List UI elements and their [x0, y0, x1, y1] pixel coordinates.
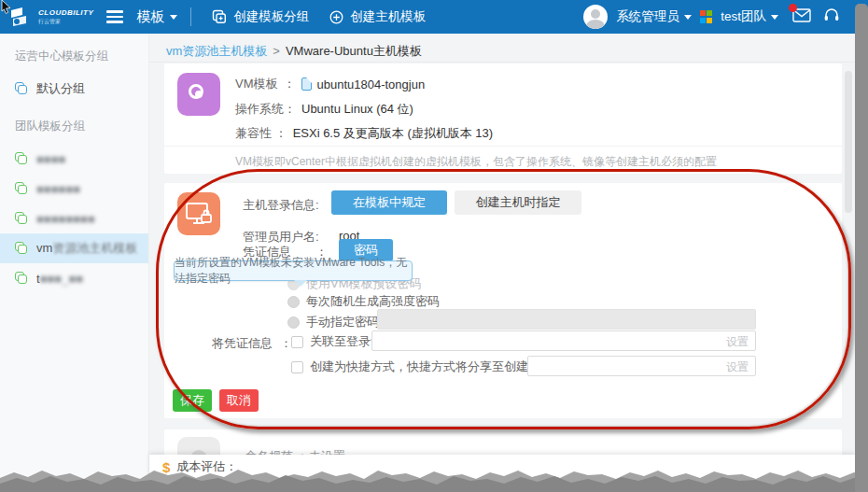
chevron-down-icon [684, 15, 692, 23]
app-window: CLOUDBILITY 行云管家 模板 创建模板分组 [0, 0, 868, 492]
divider [149, 62, 855, 63]
sidebar-item-label: 默认分组 [36, 80, 85, 97]
divider [190, 7, 191, 26]
template-group-icon [15, 272, 28, 285]
vm-template-row: VM模板 ： ubuntu1804-tongjun [235, 76, 425, 92]
vm-template-card: VM模板 ： ubuntu1804-tongjun 操作系统： Ubuntu L… [164, 63, 842, 174]
divider [164, 146, 842, 147]
breadcrumb: vm资源池主机模板>VMware-Ubuntu主机模板 [166, 43, 422, 60]
sidebar-item-team-group-1[interactable]: ■■■■ [0, 144, 148, 174]
cloudbility-logo-icon [9, 7, 34, 27]
link-credential-field: 设置 [371, 330, 756, 351]
create-template-group-button[interactable]: 创建模板分组 [212, 8, 309, 25]
toggle-defined-in-template[interactable]: 在模板中规定 [331, 190, 447, 215]
shortcut-share-field: 设置 [527, 356, 756, 376]
user-avatar[interactable] [583, 5, 608, 29]
checkbox-icon [291, 361, 303, 373]
vm-template-note: VM模板即vCenter中根据虚拟机创建的虚拟机模板，包含了操作系统、镜像等创建… [235, 154, 717, 170]
chevron-down-icon [170, 15, 177, 23]
sidebar-item-label: ■■■■ [36, 152, 65, 166]
template-group-icon [15, 82, 28, 95]
sidebar-item-label: vm资源池主机模板 [36, 240, 137, 257]
create-template-group-label: 创建模板分组 [233, 8, 309, 25]
team-name: test团队 [721, 8, 766, 25]
cost-evaluation-label: 成本评估： [176, 458, 237, 475]
sidebar-item-label: ■■■■■■■■ [36, 212, 95, 226]
chevron-down-icon [771, 15, 778, 23]
breadcrumb-separator: > [273, 44, 280, 58]
cost-evaluation-bar[interactable]: $ 成本评估： [149, 455, 855, 479]
template-group-icon [15, 182, 28, 195]
template-group-icon [15, 242, 28, 255]
radio-icon [287, 296, 300, 308]
breadcrumb-current: VMware-Ubuntu主机模板 [286, 44, 422, 58]
nav-menu-templates[interactable]: 模板 [136, 8, 177, 26]
circle-plus-icon [329, 10, 343, 24]
menu-icon[interactable] [106, 10, 123, 23]
brand-name: CLOUDBILITY [38, 9, 93, 17]
cancel-button[interactable]: 取消 [219, 389, 259, 412]
radio-icon [287, 316, 300, 329]
nav-menu-label: 模板 [136, 8, 164, 26]
brand-subtitle: 行云管家 [38, 19, 93, 24]
breadcrumb-parent-link[interactable]: vm资源池主机模板 [166, 44, 267, 58]
sidebar-item-default-group[interactable]: 默认分组 [0, 74, 148, 104]
messages-button[interactable] [792, 8, 811, 26]
sidebar-item-vm-pool-group[interactable]: vm资源池主机模板 [0, 233, 148, 263]
login-info-label: 主机登录信息: [243, 197, 319, 214]
sidebar-item-team-group-5[interactable]: t■■■_■■ [0, 263, 148, 293]
link-credential-input[interactable] [371, 330, 756, 351]
copy-plus-icon [212, 9, 227, 24]
support-button[interactable] [823, 7, 840, 26]
template-group-icon [15, 212, 28, 225]
radio-label: 每次随机生成高强度密码 [306, 293, 440, 310]
sidebar-section-ops-title: 运营中心模板分组 [0, 34, 148, 74]
team-color-icon [700, 10, 713, 23]
headset-icon [823, 7, 840, 22]
sidebar: 运营中心模板分组 默认分组 团队模板分组 ■■■■ ■■■■■■ ■■■■■■■… [0, 34, 149, 492]
sidebar-item-label: t■■■_■■ [36, 272, 83, 286]
right-edge-decoration [855, 4, 868, 492]
host-login-card: 主机登录信息: 在模板中规定 创建主机时指定 管理员用户名: root 凭证信息… [164, 183, 842, 418]
dollar-icon: $ [162, 459, 170, 475]
link-credential-set-link[interactable]: 设置 [726, 334, 749, 350]
checkbox-icon [291, 336, 303, 348]
compat-row: 兼容性 ： ESXi 6.5 及更高版本 (虚拟机版本 13) [235, 125, 493, 142]
team-menu[interactable]: test团队 [721, 8, 778, 25]
manual-password-input [377, 309, 756, 330]
radio-random-password[interactable]: 每次随机生成高强度密码 [287, 293, 440, 310]
compat-value: ESXi 6.5 及更高版本 (虚拟机版本 13) [293, 125, 494, 142]
radio-manual-password[interactable]: 手动指定密码 [287, 314, 379, 330]
shortcut-share-set-link[interactable]: 设置 [726, 359, 749, 375]
host-login-icon [177, 192, 220, 235]
vm-template-label: VM模板 [235, 76, 278, 92]
user-name: 系统管理员 [616, 8, 679, 25]
sidebar-section-team-title: 团队模板分组 [0, 104, 148, 144]
os-row: 操作系统： Ubuntu Linux (64 位) [235, 101, 413, 118]
top-navbar: CLOUDBILITY 行云管家 模板 创建模板分组 [0, 0, 868, 34]
sidebar-item-team-group-2[interactable]: ■■■■■■ [0, 174, 148, 204]
toggle-specify-at-creation[interactable]: 创建主机时指定 [455, 190, 581, 215]
credential-link-label: 将凭证信息 [212, 335, 273, 352]
os-label: 操作系统： [235, 101, 296, 118]
monitor-lock-icon [177, 192, 220, 235]
document-icon [301, 77, 312, 91]
template-group-icon [15, 152, 28, 165]
brand-logo[interactable]: CLOUDBILITY 行云管家 [9, 7, 93, 27]
save-button[interactable]: 保存 [173, 389, 212, 412]
compat-label: 兼容性 ： [235, 125, 287, 142]
scrollbar-thumb[interactable] [845, 71, 852, 213]
vm-template-disc-icon [177, 73, 220, 116]
create-host-template-button[interactable]: 创建主机模板 [329, 8, 426, 25]
user-menu[interactable]: 系统管理员 [616, 8, 692, 25]
notification-badge [789, 4, 797, 12]
vmware-tools-tooltip: 当前所设置的VM模板未安装VMware Tools，无法指定密码 [174, 260, 413, 281]
shortcut-share-input[interactable] [527, 356, 756, 376]
os-value: Ubuntu Linux (64 位) [301, 101, 413, 118]
sidebar-item-team-group-3[interactable]: ■■■■■■■■ [0, 204, 148, 233]
sidebar-item-label: ■■■■■■ [36, 182, 80, 196]
vm-template-value: ubuntu1804-tongjun [317, 77, 426, 91]
colon: ： [284, 76, 296, 92]
radio-label: 手动指定密码 [306, 314, 379, 330]
create-host-template-label: 创建主机模板 [350, 8, 426, 25]
